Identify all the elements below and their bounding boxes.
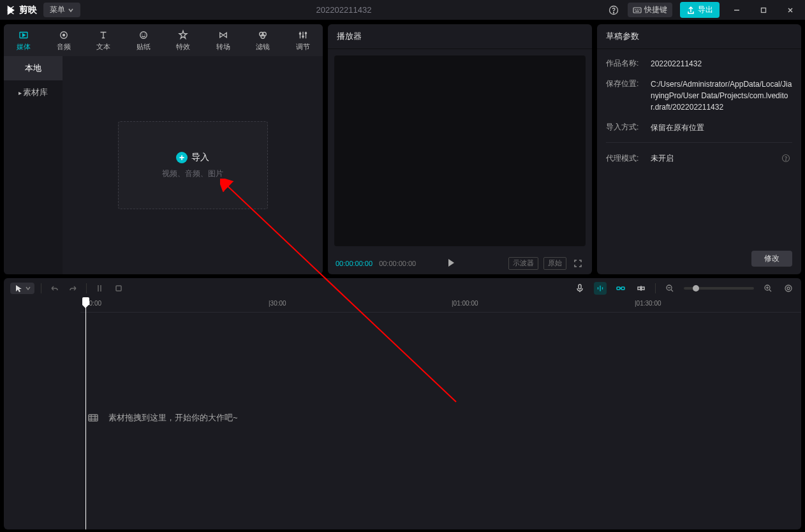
ruler-mark: |01:30:00 [635, 300, 661, 307]
toolbar-right [573, 282, 795, 295]
param-row-import: 导入方式: 保留在原有位置 [606, 122, 792, 133]
minimize-button[interactable] [727, 4, 746, 17]
link-icon[interactable] [614, 282, 627, 295]
zoom-slider[interactable] [684, 287, 754, 290]
export-button[interactable]: 导出 [680, 2, 720, 18]
svg-point-12 [140, 31, 147, 38]
params-header: 草稿参数 [597, 24, 801, 49]
timeline-panel: 00:00 |30:00 |01:00:00 |01:30:00 素材拖拽到这里… [4, 299, 801, 529]
undo-icon[interactable] [48, 282, 61, 295]
tab-adjust[interactable]: 调节 [283, 24, 323, 56]
svg-rect-35 [638, 287, 640, 290]
tab-media[interactable]: 媒体 [4, 24, 44, 56]
zoom-out-icon[interactable] [663, 282, 676, 295]
player-header: 播放器 [328, 24, 592, 49]
ruler-mark: |30:00 [269, 300, 286, 307]
svg-point-44 [785, 285, 792, 292]
svg-rect-2 [633, 8, 641, 13]
tab-sticker[interactable]: 贴纸 [124, 24, 164, 56]
document-title: 202202211432 [80, 5, 607, 15]
param-row-name: 作品名称: 202202211432 [606, 58, 792, 70]
params-panel: 草稿参数 作品名称: 202202211432 保存位置: C:/Users/A… [597, 24, 801, 274]
shortcuts-button[interactable]: 快捷键 [628, 3, 672, 17]
play-button[interactable] [446, 258, 456, 270]
media-panel: 媒体 音频 文本 贴纸 特效 转场 滤镜 调节 本地 ▸素材库 + 导入 视频、… [4, 24, 323, 274]
tab-audio[interactable]: 音频 [44, 24, 84, 56]
tab-filter[interactable]: 滤镜 [243, 24, 283, 56]
timeline-hint: 素材拖拽到这里，开始你的大作吧~ [87, 411, 238, 424]
selection-tool[interactable] [10, 283, 34, 294]
svg-point-11 [63, 34, 64, 36]
preview-icon[interactable] [635, 282, 647, 295]
svg-point-23 [786, 160, 787, 161]
svg-point-45 [787, 287, 790, 290]
svg-point-21 [305, 32, 306, 33]
svg-rect-46 [89, 415, 98, 421]
maximize-button[interactable] [754, 4, 773, 17]
modify-button[interactable]: 修改 [751, 251, 792, 267]
titlebar-actions: 快捷键 导出 [607, 2, 800, 18]
delete-icon[interactable] [112, 282, 125, 295]
svg-line-39 [671, 290, 673, 292]
import-label: 导入 [191, 152, 209, 163]
svg-rect-26 [116, 286, 121, 291]
magnet-icon[interactable] [594, 282, 607, 295]
timeline-ruler[interactable]: 00:00 |30:00 |01:00:00 |01:30:00 [80, 299, 801, 313]
app-logo: 剪映 [5, 4, 37, 16]
mic-icon[interactable] [573, 282, 586, 295]
ruler-mark: |01:00:00 [452, 300, 478, 307]
import-subtitle: 视频、音频、图片 [162, 168, 223, 179]
tab-transition[interactable]: 转场 [203, 24, 244, 56]
svg-line-43 [769, 290, 771, 292]
playhead-handle[interactable] [82, 297, 89, 305]
sidenav-local[interactable]: 本地 [4, 56, 63, 80]
media-body: 本地 ▸素材库 + 导入 视频、音频、图片 [4, 56, 323, 274]
zoom-in-icon[interactable] [762, 282, 774, 295]
time-current: 00:00:00:00 [336, 260, 373, 267]
svg-point-19 [299, 33, 300, 34]
param-row-proxy: 代理模式: 未开启 [606, 142, 792, 165]
tab-effect[interactable]: 特效 [163, 24, 203, 56]
sidenav-library[interactable]: ▸素材库 [4, 80, 63, 105]
playhead[interactable] [85, 299, 86, 529]
player-controls: 00:00:00:00 00:00:00:00 示波器 原始 [328, 253, 592, 274]
svg-rect-27 [579, 284, 581, 289]
svg-rect-8 [762, 8, 766, 12]
zoom-knob[interactable] [693, 285, 699, 292]
plus-icon: + [176, 152, 188, 163]
menu-button[interactable]: 菜单 [43, 3, 80, 17]
tab-text[interactable]: 文本 [84, 24, 124, 56]
timeline-tracks[interactable]: 素材拖拽到这里，开始你的大作吧~ [4, 313, 801, 523]
film-icon [87, 411, 100, 424]
timeline-toolbar [4, 278, 801, 299]
param-row-path: 保存位置: C:/Users/Administrator/AppData/Loc… [606, 78, 792, 113]
close-button[interactable] [781, 4, 800, 17]
redo-icon[interactable] [67, 282, 80, 295]
help-icon[interactable] [607, 4, 620, 17]
player-viewport[interactable] [334, 55, 586, 246]
main-area: 媒体 音频 文本 贴纸 特效 转场 滤镜 调节 本地 ▸素材库 + 导入 视频、… [0, 20, 805, 274]
params-body: 作品名称: 202202211432 保存位置: C:/Users/Admini… [597, 49, 801, 246]
import-button[interactable]: + 导入 视频、音频、图片 [118, 121, 268, 209]
svg-point-20 [302, 36, 304, 37]
category-tabs: 媒体 音频 文本 贴纸 特效 转场 滤镜 调节 [4, 24, 323, 56]
help-small-icon[interactable] [779, 152, 792, 165]
ratio-button[interactable]: 原始 [543, 257, 566, 270]
zoom-fit-icon[interactable] [782, 282, 795, 295]
player-panel: 播放器 00:00:00:00 00:00:00:00 示波器 原始 [328, 24, 592, 274]
svg-rect-36 [642, 287, 644, 290]
svg-point-1 [613, 12, 614, 13]
time-total: 00:00:00:00 [379, 260, 416, 267]
split-icon[interactable] [93, 282, 106, 295]
import-area: + 导入 视频、音频、图片 [63, 56, 323, 274]
params-footer: 修改 [597, 246, 801, 274]
titlebar: 剪映 菜单 202202211432 快捷键 导出 [0, 0, 805, 20]
fullscreen-icon[interactable] [572, 257, 584, 270]
scope-button[interactable]: 示波器 [508, 257, 538, 270]
media-sidenav: 本地 ▸素材库 [4, 56, 63, 274]
